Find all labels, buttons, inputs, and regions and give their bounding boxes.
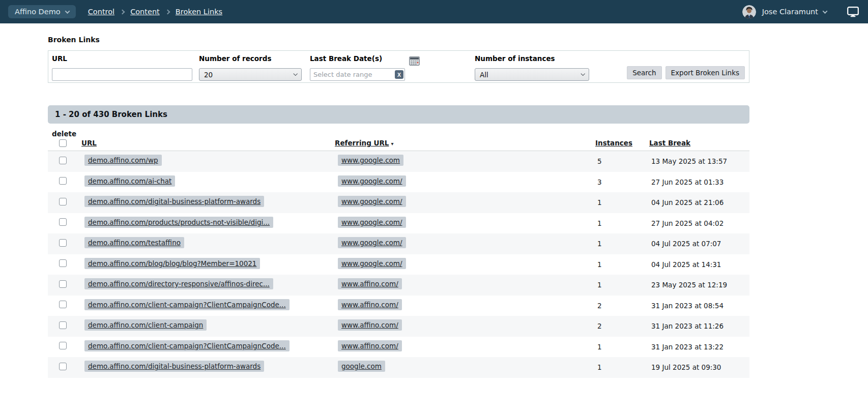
breadcrumb-control[interactable]: Control <box>88 8 114 16</box>
broken-url-link[interactable]: demo.affino.com/wp <box>84 155 162 166</box>
table-row: demo.affino.com/directory-responsive/aff… <box>48 275 749 296</box>
broken-url-link[interactable]: demo.affino.com/blog/blog/blog?Member=10… <box>84 258 260 269</box>
table-row: demo.affino.com/products/products-not-vi… <box>48 213 749 234</box>
records-select[interactable]: 20 <box>199 68 302 81</box>
broken-url-link[interactable]: demo.affino.com/client-campaign <box>84 319 207 331</box>
user-avatar[interactable] <box>742 5 756 19</box>
date-range-input[interactable] <box>310 68 405 81</box>
last-break-value: 27 Jun 2025 at 01:33 <box>646 178 749 186</box>
last-break-value: 31 Jan 2023 at 13:22 <box>646 343 749 351</box>
table-row: demo.affino.com/digital-business-platfor… <box>48 357 749 378</box>
user-menu-button[interactable]: Jose Claramunt <box>761 8 827 16</box>
app-menu-label: Affino Demo <box>15 8 61 16</box>
referring-url-link[interactable]: google.com <box>338 361 385 372</box>
calendar-icon[interactable] <box>409 56 420 67</box>
table-row: demo.affino.com/client-campaign www.affi… <box>48 316 749 337</box>
breadcrumb: Control Content Broken Links <box>88 8 222 16</box>
last-break-column-header[interactable]: Last Break <box>649 139 690 147</box>
broken-url-link[interactable]: demo.affino.com/ai-chat <box>84 175 175 187</box>
last-break-value: 04 Jun 2025 at 21:06 <box>646 198 749 206</box>
row-delete-checkbox[interactable] <box>59 363 67 370</box>
url-filter-label: URL <box>52 54 192 63</box>
url-column-header[interactable]: URL <box>81 139 97 147</box>
broken-url-link[interactable]: demo.affino.com/digital-business-platfor… <box>84 196 264 207</box>
sort-descending-icon: ▾ <box>391 141 393 146</box>
last-break-value: 19 Jul 2025 at 09:30 <box>646 363 749 371</box>
row-delete-checkbox[interactable] <box>59 218 67 226</box>
chevron-down-icon <box>581 71 585 75</box>
table-row: demo.affino.com/testaffino www.google.co… <box>48 233 749 254</box>
row-delete-checkbox[interactable] <box>59 198 67 205</box>
row-delete-checkbox[interactable] <box>59 259 67 267</box>
broken-url-link[interactable]: demo.affino.com/client-campaign?ClientCa… <box>84 299 290 310</box>
referring-url-link[interactable]: www.google.com <box>338 155 403 166</box>
monitor-icon[interactable] <box>847 7 859 17</box>
broken-url-link[interactable]: demo.affino.com/products/products-not-vi… <box>84 217 273 228</box>
table-row: demo.affino.com/blog/blog/blog?Member=10… <box>48 254 749 275</box>
last-break-value: 04 Jul 2025 at 07:07 <box>646 240 749 248</box>
breadcrumb-content[interactable]: Content <box>130 8 160 16</box>
app-menu-button[interactable]: Affino Demo <box>8 5 76 18</box>
instances-value: 3 <box>592 178 646 186</box>
instances-value: 1 <box>592 198 646 206</box>
referring-url-link[interactable]: www.affino.com/ <box>338 278 402 289</box>
broken-url-link[interactable]: demo.affino.com/digital-business-platfor… <box>84 361 264 372</box>
chevron-right-icon <box>120 9 125 14</box>
records-select-value: 20 <box>204 71 213 79</box>
referring-url-link[interactable]: www.affino.com/ <box>338 340 402 351</box>
referring-url-link[interactable]: www.google.com/ <box>338 237 406 248</box>
table-row: demo.affino.com/digital-business-platfor… <box>48 192 749 213</box>
last-break-value: 13 May 2025 at 13:57 <box>646 157 749 165</box>
top-navigation-bar: Affino Demo Control Content Broken Links… <box>0 0 868 23</box>
last-break-value: 04 Jul 2025 at 14:31 <box>646 260 749 269</box>
referring-url-link[interactable]: www.google.com/ <box>338 258 406 269</box>
last-break-value: 27 Jun 2025 at 04:02 <box>646 219 749 227</box>
instances-value: 1 <box>592 343 646 351</box>
select-all-checkbox[interactable] <box>59 139 67 147</box>
page-title: Broken Links <box>48 36 749 44</box>
search-button[interactable]: Search <box>627 66 661 79</box>
row-delete-checkbox[interactable] <box>59 157 67 164</box>
table-row: demo.affino.com/client-campaign?ClientCa… <box>48 337 749 358</box>
instances-select-value: All <box>480 71 488 79</box>
table-body: demo.affino.com/wp www.google.com 5 13 M… <box>48 151 749 378</box>
breadcrumb-broken-links[interactable]: Broken Links <box>176 8 222 16</box>
instances-value: 1 <box>592 363 646 371</box>
instances-value: 1 <box>592 281 646 289</box>
instances-value: 1 <box>592 260 646 269</box>
broken-url-link[interactable]: demo.affino.com/client-campaign?ClientCa… <box>84 340 290 351</box>
records-filter-label: Number of records <box>199 54 302 63</box>
user-name: Jose Claramunt <box>762 8 818 16</box>
export-broken-links-button[interactable]: Export Broken Links <box>666 66 745 79</box>
referring-url-link[interactable]: www.affino.com/ <box>338 319 402 331</box>
url-filter-input[interactable] <box>52 68 192 81</box>
broken-url-link[interactable]: demo.affino.com/testaffino <box>84 237 184 248</box>
instances-column-header[interactable]: Instances <box>595 139 632 147</box>
instances-value: 2 <box>592 302 646 310</box>
row-delete-checkbox[interactable] <box>59 280 67 288</box>
row-delete-checkbox[interactable] <box>59 301 67 308</box>
table-row: demo.affino.com/client-campaign?ClientCa… <box>48 296 749 316</box>
row-delete-checkbox[interactable] <box>59 342 67 349</box>
table-row: demo.affino.com/wp www.google.com 5 13 M… <box>48 151 749 172</box>
chevron-down-icon <box>65 9 70 14</box>
row-delete-checkbox[interactable] <box>59 321 67 329</box>
chevron-right-icon <box>165 9 170 14</box>
instances-value: 2 <box>592 322 646 330</box>
delete-column-header: delete <box>52 130 76 138</box>
instances-select[interactable]: All <box>475 68 589 81</box>
chevron-down-icon <box>293 71 297 75</box>
row-delete-checkbox[interactable] <box>59 239 67 247</box>
referring-url-link[interactable]: www.google.com/ <box>338 196 406 207</box>
clear-date-icon[interactable]: X <box>395 70 403 79</box>
referring-url-link[interactable]: www.affino.com/ <box>338 299 402 310</box>
broken-url-link[interactable]: demo.affino.com/directory-responsive/aff… <box>84 278 273 289</box>
results-summary-bar: 1 - 20 of 430 Broken Links <box>48 105 749 124</box>
last-break-value: 31 Jan 2023 at 11:26 <box>646 322 749 330</box>
last-break-value: 23 May 2025 at 12:19 <box>646 281 749 289</box>
referring-url-link[interactable]: www.google.com/ <box>338 217 406 228</box>
row-delete-checkbox[interactable] <box>59 177 67 185</box>
table-header-row: delete URL Referring URL▾ Instances Last… <box>48 130 749 151</box>
referring-url-column-header[interactable]: Referring URL <box>335 139 389 147</box>
referring-url-link[interactable]: www.google.com/ <box>338 175 406 187</box>
